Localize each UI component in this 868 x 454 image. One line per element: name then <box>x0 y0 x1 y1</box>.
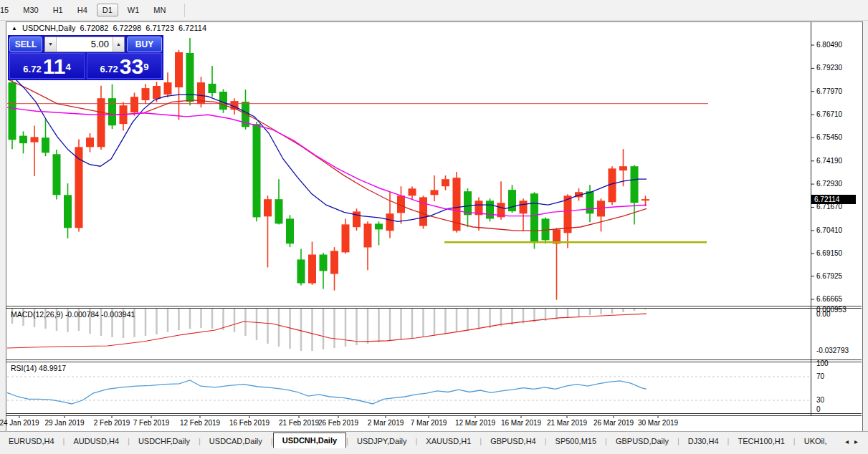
candle-body <box>164 82 172 95</box>
candle-body <box>486 201 494 218</box>
rsi-axis-label: 0 <box>816 405 821 413</box>
tab-eurusd-h4[interactable]: EURUSD,H4 <box>0 434 63 448</box>
candle-body <box>520 201 528 213</box>
price-axis-label: 6.77970 <box>816 87 842 95</box>
tab-usdjpy-daily[interactable]: USDJPY,Daily <box>348 434 416 448</box>
candle-body <box>364 223 372 247</box>
macd-axis-label: -0.032793 <box>816 347 849 354</box>
tab-dj30-h4[interactable]: DJ30,H4 <box>679 434 728 448</box>
buy-price-big: 33 <box>120 57 143 77</box>
ohlc-close: 6.72114 <box>178 24 206 32</box>
tab-audusd-h4[interactable]: AUDUSD,H4 <box>65 434 128 448</box>
volume-dropdown-icon[interactable]: ▼ <box>45 37 57 52</box>
candle-body <box>464 191 472 215</box>
sell-price-sup: 4 <box>65 54 70 81</box>
tab-gbpusd-h4[interactable]: GBPUSD,H4 <box>482 434 545 448</box>
date-axis-label: 2 Feb 2019 <box>94 419 130 427</box>
candle-body <box>320 255 328 271</box>
rsi-axis-label: 30 <box>816 396 824 404</box>
ohlc-low: 6.71723 <box>146 24 174 32</box>
buy-price-sup: 9 <box>143 54 148 81</box>
candle-body <box>86 137 94 147</box>
candle-body <box>609 168 616 202</box>
tab-sp500-m15[interactable]: SP500,M15 <box>547 434 605 448</box>
price-axis-label: 6.72930 <box>816 180 842 188</box>
candle-body <box>442 179 449 186</box>
tab-xauusd-h1[interactable]: XAUUSD,H1 <box>417 434 480 448</box>
price-axis-label: 6.70410 <box>816 226 842 234</box>
candle-body <box>53 154 61 195</box>
candle-body <box>308 255 316 284</box>
candle-body <box>97 98 105 147</box>
tab-gbpusd-daily[interactable]: GBPUSD,Daily <box>607 434 677 448</box>
candle-body <box>219 92 227 110</box>
sell-price-prefix: 6.72 <box>23 62 41 77</box>
date-axis-label: 2 Mar 2019 <box>368 419 404 427</box>
price-axis-label: 6.66665 <box>816 295 842 303</box>
candle-body <box>409 188 416 195</box>
date-axis-label: 29 Jan 2019 <box>44 419 84 427</box>
tab-usdcnh-daily[interactable]: USDCNH,Daily <box>273 433 346 448</box>
date-axis-label: 26 Feb 2019 <box>318 419 358 427</box>
volume-control: ▼ 5.00 ▲ <box>44 37 125 52</box>
price-axis-label: 6.79230 <box>816 64 842 72</box>
candle-body <box>130 97 138 112</box>
macd-label: MACD(12,26,9) -0.000784 -0.003941 <box>11 310 135 319</box>
tab-tech100-h1[interactable]: TECH100,H1 <box>729 434 793 448</box>
price-axis-label: 6.80490 <box>816 41 842 49</box>
buy-price-box[interactable]: 6.72 33 9 <box>87 53 162 79</box>
candle-body <box>530 193 538 242</box>
date-axis-label: 16 Mar 2019 <box>501 419 541 427</box>
tab-ukoil-[interactable]: UKOil, <box>796 434 836 448</box>
candle-body <box>330 251 338 274</box>
scroll-left-icon[interactable]: ◂ <box>845 438 849 445</box>
symbol-tabbar: EURUSD,H4|AUDUSD,H4|USDCHF,Daily|USDCAD,… <box>0 431 868 450</box>
candle-body <box>586 191 594 213</box>
chart-symbol-label: USDCNH,Daily <box>22 24 76 32</box>
ohlc-high: 6.72298 <box>113 24 141 32</box>
candle-body <box>153 86 161 99</box>
candle-body <box>253 124 261 217</box>
price-axis-label: 6.69150 <box>816 249 842 257</box>
date-axis-label: 21 Mar 2019 <box>547 419 587 427</box>
tab-usdchf-daily[interactable]: USDCHF,Daily <box>130 434 199 448</box>
date-axis-label: 7 Feb 2019 <box>133 419 170 427</box>
price-axis-label: 6.67925 <box>816 272 842 280</box>
ohlc-open: 6.72082 <box>80 24 109 32</box>
date-axis-label: 7 Mar 2019 <box>411 419 447 427</box>
candle-body <box>64 195 72 228</box>
candle-body <box>142 88 150 100</box>
candle-body <box>42 137 49 153</box>
volume-increase-icon[interactable]: ▲ <box>113 37 124 52</box>
one-click-trade-panel: SELL ▼ 5.00 ▲ BUY 6.72 11 4 6.72 33 9 <box>8 35 163 80</box>
macd-signal-line <box>7 314 647 348</box>
sell-price-box[interactable]: 6.72 11 4 <box>9 53 85 79</box>
candle-body <box>264 199 272 216</box>
candle-body <box>431 190 439 195</box>
price-axis-label: 6.74190 <box>816 157 842 165</box>
rsi-label: RSI(14) 48.9917 <box>11 364 66 372</box>
macd-axis-label: 0.00 <box>816 310 830 318</box>
candle-body <box>631 166 639 203</box>
candle-body <box>275 199 283 223</box>
buy-button[interactable]: BUY <box>127 37 162 52</box>
date-axis-label: 21 Feb 2019 <box>279 419 319 427</box>
candle-body <box>642 199 649 201</box>
rsi-axis-label: 70 <box>816 372 824 380</box>
rsi-axis-label: 100 <box>816 359 829 367</box>
scroll-right-icon[interactable]: ▸ <box>854 438 858 445</box>
candle-body <box>619 166 627 170</box>
candle-body <box>286 218 294 243</box>
date-axis-label: 30 Mar 2019 <box>638 419 678 427</box>
candle-body <box>209 84 216 93</box>
candle-body <box>108 98 116 125</box>
candle-body <box>31 137 39 142</box>
collapse-chart-icon[interactable]: ▲ <box>11 25 17 32</box>
candle-body <box>297 259 305 283</box>
volume-input[interactable]: 5.00 <box>57 37 113 52</box>
candle-body <box>9 82 16 140</box>
date-axis-label: 12 Feb 2019 <box>180 419 220 427</box>
candle-body <box>386 213 394 231</box>
sell-button[interactable]: SELL <box>9 37 42 52</box>
tab-usdcad-daily[interactable]: USDCAD,Daily <box>201 434 271 448</box>
